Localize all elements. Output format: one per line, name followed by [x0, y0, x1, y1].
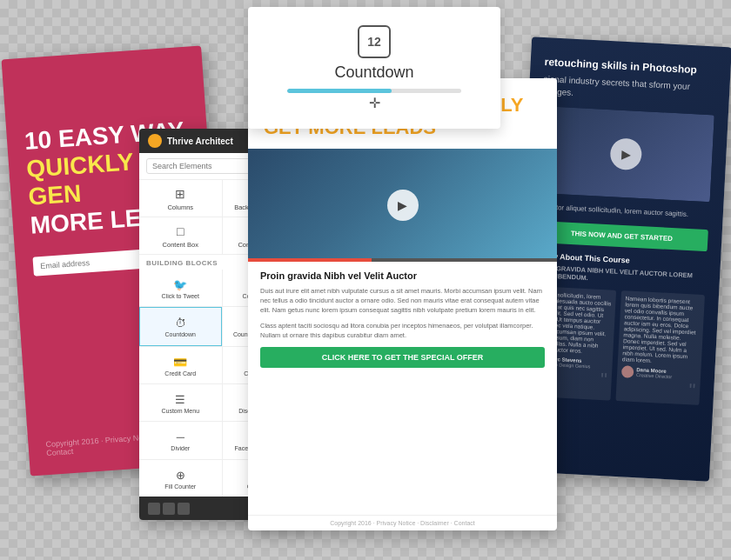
thrive-logo [148, 134, 162, 148]
footer-dots [148, 503, 190, 515]
thrive-header-title: Thrive Architect [167, 137, 233, 146]
tweet-icon: 🐦 [173, 278, 187, 291]
testimonial-2: Namean lobortis praesent lorem quis bibe… [615, 290, 705, 405]
video-progress [248, 258, 557, 262]
cursor-icon: ✛ [369, 95, 380, 111]
main-landing-card: 10 EASY WAYS TO QUICKLY GET MORE LEADS ▶… [248, 78, 557, 530]
video-section: ▶ [248, 149, 557, 262]
menu-icon: ☰ [175, 393, 185, 406]
dark-body-text: nt auctor aliquet sollicitudin, lorem au… [537, 202, 709, 221]
credit-card-label: Credit Card [164, 370, 196, 377]
video-thumbnail: ▶ [248, 149, 557, 262]
fill-counter-label: Fill Counter [164, 483, 196, 490]
thrive-item-columns[interactable]: ⊞ Columns [139, 180, 222, 217]
block-divider[interactable]: ─ Divider [139, 422, 222, 458]
dark-video: ▶ [538, 106, 714, 202]
footer-dot-1 [148, 503, 160, 515]
video-progress-fill [248, 258, 372, 262]
dark-subtitle: sional industry secrets that sform your … [543, 73, 716, 106]
landing-body-text1: Duis aut irure elit amet nibh vulputate … [260, 286, 545, 316]
play-button[interactable]: ▶ [387, 190, 419, 221]
author-2-info: Dana Moore Creative Director [636, 367, 673, 379]
countdown-icon-box: 12 [358, 25, 391, 58]
countdown-progress-bar [287, 89, 461, 93]
divider-icon: ─ [177, 430, 184, 443]
columns-icon: ⊞ [175, 187, 185, 201]
menu-label: Custom Menu [161, 408, 199, 414]
contentbox-icon: □ [177, 224, 184, 238]
countdown-card-label: Countdown [334, 63, 413, 82]
landing-subtitle: Proin gravida Nibh vel Velit Auctor [260, 270, 545, 281]
landing-body-text2: Class aptent taciti sociosqu ad litora c… [260, 321, 545, 341]
dark-play-button[interactable]: ▶ [609, 137, 642, 170]
quote-icon-2: " [620, 377, 696, 400]
block-click-to-tweet[interactable]: 🐦 Click to Tweet [139, 270, 222, 306]
countdown-icon: ⏱ [175, 317, 186, 330]
dark-cta-button[interactable]: THIS NOW AND GET STARTED [535, 221, 708, 251]
block-credit-card[interactable]: 💳 Credit Card [139, 347, 222, 383]
footer-dot-3 [178, 503, 190, 515]
divider-label: Divider [171, 445, 190, 451]
dark-video-thumbnail: ▶ [538, 106, 714, 202]
testimonial-2-text: Namean lobortis praesent lorem quis bibe… [622, 295, 701, 365]
footer-dot-2 [163, 503, 175, 515]
block-custom-menu[interactable]: ☰ Custom Menu [139, 384, 222, 421]
countdown-card: 12 Countdown ✛ [248, 7, 500, 129]
landing-body: Proin gravida Nibh vel Velit Auctor Duis… [248, 262, 557, 515]
fill-counter-icon: ⊕ [176, 469, 185, 482]
avatar-2 [621, 365, 634, 378]
countdown-label: Countdown [165, 331, 196, 337]
columns-label: Columns [167, 203, 193, 211]
credit-card-icon: 💳 [173, 356, 187, 369]
cta-button[interactable]: Click here to get the special offer [260, 347, 545, 368]
thrive-item-contentbox[interactable]: □ Content Box [139, 217, 222, 254]
countdown-bar-fill [287, 89, 392, 93]
contentbox-label: Content Box [163, 241, 198, 249]
tweet-label: Click to Tweet [162, 293, 199, 299]
landing-footer: Copyright 2016 · Privacy Notice · Discla… [248, 515, 557, 530]
block-countdown[interactable]: ⏱ Countdown [139, 307, 222, 345]
calendar-icon: 12 [367, 35, 381, 49]
block-fill-counter[interactable]: ⊕ Fill Counter [139, 460, 222, 497]
